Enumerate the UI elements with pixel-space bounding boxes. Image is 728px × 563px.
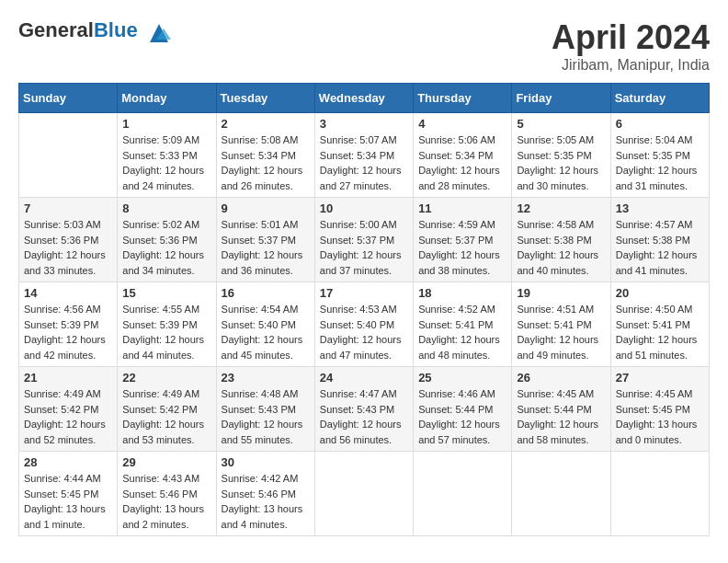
- calendar-cell: 2Sunrise: 5:08 AM Sunset: 5:34 PM Daylig…: [216, 113, 314, 198]
- day-info: Sunrise: 5:06 AM Sunset: 5:34 PM Dayligh…: [418, 132, 506, 193]
- day-info: Sunrise: 4:53 AM Sunset: 5:40 PM Dayligh…: [320, 302, 408, 362]
- day-info: Sunrise: 4:57 AM Sunset: 5:38 PM Dayligh…: [616, 217, 704, 278]
- day-number: 17: [320, 286, 408, 300]
- day-info: Sunrise: 4:52 AM Sunset: 5:41 PM Dayligh…: [418, 302, 506, 362]
- calendar-cell: [414, 452, 512, 536]
- calendar-cell: 20Sunrise: 4:50 AM Sunset: 5:41 PM Dayli…: [610, 282, 709, 367]
- day-number: 18: [418, 286, 506, 300]
- day-info: Sunrise: 4:43 AM Sunset: 5:46 PM Dayligh…: [122, 471, 210, 532]
- page-header: GeneralBlue April 2024 Jiribam, Manipur,…: [18, 18, 710, 74]
- weekday-header-thursday: Thursday: [414, 84, 512, 113]
- day-number: 7: [24, 201, 112, 215]
- calendar-cell: 21Sunrise: 4:49 AM Sunset: 5:42 PM Dayli…: [19, 367, 118, 452]
- day-info: Sunrise: 4:49 AM Sunset: 5:42 PM Dayligh…: [122, 386, 210, 447]
- day-info: Sunrise: 4:54 AM Sunset: 5:40 PM Dayligh…: [222, 302, 310, 362]
- logo-general: General: [18, 18, 94, 41]
- day-info: Sunrise: 4:44 AM Sunset: 5:45 PM Dayligh…: [24, 471, 112, 532]
- day-info: Sunrise: 4:59 AM Sunset: 5:37 PM Dayligh…: [418, 217, 506, 278]
- day-number: 26: [517, 371, 605, 385]
- day-number: 13: [616, 201, 704, 215]
- calendar-cell: 6Sunrise: 5:04 AM Sunset: 5:35 PM Daylig…: [610, 113, 709, 198]
- day-number: 12: [517, 201, 605, 215]
- calendar-cell: 28Sunrise: 4:44 AM Sunset: 5:45 PM Dayli…: [19, 452, 118, 536]
- day-number: 11: [418, 201, 506, 215]
- day-number: 27: [616, 371, 704, 385]
- calendar-cell: 26Sunrise: 4:45 AM Sunset: 5:44 PM Dayli…: [512, 367, 610, 452]
- calendar-cell: [610, 452, 709, 536]
- day-number: 22: [122, 371, 210, 385]
- weekday-header-wednesday: Wednesday: [314, 84, 413, 113]
- calendar-cell: 24Sunrise: 4:47 AM Sunset: 5:43 PM Dayli…: [314, 367, 413, 452]
- calendar-cell: 10Sunrise: 5:00 AM Sunset: 5:37 PM Dayli…: [314, 198, 413, 282]
- day-number: 21: [24, 371, 112, 385]
- weekday-header-tuesday: Tuesday: [216, 84, 314, 113]
- day-number: 15: [122, 286, 210, 300]
- calendar-cell: 13Sunrise: 4:57 AM Sunset: 5:38 PM Dayli…: [610, 198, 709, 282]
- month-title: April 2024: [552, 18, 710, 57]
- day-info: Sunrise: 5:07 AM Sunset: 5:34 PM Dayligh…: [320, 132, 408, 193]
- logo-blue: Blue: [94, 18, 138, 41]
- calendar-cell: 29Sunrise: 4:43 AM Sunset: 5:46 PM Dayli…: [118, 452, 216, 536]
- day-number: 1: [122, 117, 210, 131]
- day-info: Sunrise: 5:04 AM Sunset: 5:35 PM Dayligh…: [616, 132, 704, 193]
- day-info: Sunrise: 4:46 AM Sunset: 5:44 PM Dayligh…: [418, 386, 506, 447]
- calendar-cell: [512, 452, 610, 536]
- calendar-cell: 4Sunrise: 5:06 AM Sunset: 5:34 PM Daylig…: [414, 113, 512, 198]
- day-info: Sunrise: 5:01 AM Sunset: 5:37 PM Dayligh…: [222, 217, 310, 278]
- day-info: Sunrise: 4:42 AM Sunset: 5:46 PM Dayligh…: [222, 471, 310, 532]
- day-info: Sunrise: 4:58 AM Sunset: 5:38 PM Dayligh…: [517, 217, 605, 278]
- day-number: 4: [418, 117, 506, 131]
- calendar-week-row: 14Sunrise: 4:56 AM Sunset: 5:39 PM Dayli…: [19, 282, 710, 367]
- day-info: Sunrise: 5:03 AM Sunset: 5:36 PM Dayligh…: [24, 217, 112, 278]
- calendar-cell: 17Sunrise: 4:53 AM Sunset: 5:40 PM Dayli…: [314, 282, 413, 367]
- calendar-table: SundayMondayTuesdayWednesdayThursdayFrid…: [18, 83, 710, 536]
- day-number: 3: [320, 117, 408, 131]
- day-number: 25: [418, 371, 506, 385]
- day-info: Sunrise: 4:56 AM Sunset: 5:39 PM Dayligh…: [24, 302, 112, 362]
- day-number: 16: [222, 286, 310, 300]
- calendar-cell: 23Sunrise: 4:48 AM Sunset: 5:43 PM Dayli…: [216, 367, 314, 452]
- day-info: Sunrise: 4:50 AM Sunset: 5:41 PM Dayligh…: [616, 302, 704, 362]
- weekday-header-friday: Friday: [512, 84, 610, 113]
- day-info: Sunrise: 4:48 AM Sunset: 5:43 PM Dayligh…: [222, 386, 310, 447]
- logo-text: GeneralBlue: [18, 18, 173, 47]
- calendar-cell: 7Sunrise: 5:03 AM Sunset: 5:36 PM Daylig…: [19, 198, 118, 282]
- day-number: 6: [616, 117, 704, 131]
- calendar-cell: 9Sunrise: 5:01 AM Sunset: 5:37 PM Daylig…: [216, 198, 314, 282]
- calendar-cell: 14Sunrise: 4:56 AM Sunset: 5:39 PM Dayli…: [19, 282, 118, 367]
- day-info: Sunrise: 4:45 AM Sunset: 5:45 PM Dayligh…: [616, 386, 704, 447]
- calendar-cell: 12Sunrise: 4:58 AM Sunset: 5:38 PM Dayli…: [512, 198, 610, 282]
- logo-icon: [145, 19, 173, 47]
- day-number: 23: [222, 371, 310, 385]
- weekday-header-sunday: Sunday: [19, 84, 118, 113]
- calendar-week-row: 1Sunrise: 5:09 AM Sunset: 5:33 PM Daylig…: [19, 113, 710, 198]
- calendar-cell: 16Sunrise: 4:54 AM Sunset: 5:40 PM Dayli…: [216, 282, 314, 367]
- day-info: Sunrise: 5:00 AM Sunset: 5:37 PM Dayligh…: [320, 217, 408, 278]
- location: Jiribam, Manipur, India: [552, 57, 710, 74]
- day-info: Sunrise: 4:45 AM Sunset: 5:44 PM Dayligh…: [517, 386, 605, 447]
- calendar-cell: 11Sunrise: 4:59 AM Sunset: 5:37 PM Dayli…: [414, 198, 512, 282]
- calendar-cell: 1Sunrise: 5:09 AM Sunset: 5:33 PM Daylig…: [118, 113, 216, 198]
- day-number: 8: [122, 201, 210, 215]
- weekday-header-saturday: Saturday: [610, 84, 709, 113]
- day-number: 19: [517, 286, 605, 300]
- day-info: Sunrise: 5:08 AM Sunset: 5:34 PM Dayligh…: [222, 132, 310, 193]
- weekday-header-row: SundayMondayTuesdayWednesdayThursdayFrid…: [19, 84, 710, 113]
- day-number: 30: [222, 455, 310, 469]
- day-info: Sunrise: 5:05 AM Sunset: 5:35 PM Dayligh…: [517, 132, 605, 193]
- calendar-cell: 3Sunrise: 5:07 AM Sunset: 5:34 PM Daylig…: [314, 113, 413, 198]
- calendar-cell: 30Sunrise: 4:42 AM Sunset: 5:46 PM Dayli…: [216, 452, 314, 536]
- day-info: Sunrise: 4:49 AM Sunset: 5:42 PM Dayligh…: [24, 386, 112, 447]
- day-info: Sunrise: 5:02 AM Sunset: 5:36 PM Dayligh…: [122, 217, 210, 278]
- calendar-cell: 8Sunrise: 5:02 AM Sunset: 5:36 PM Daylig…: [118, 198, 216, 282]
- day-number: 29: [122, 455, 210, 469]
- day-number: 10: [320, 201, 408, 215]
- day-info: Sunrise: 4:55 AM Sunset: 5:39 PM Dayligh…: [122, 302, 210, 362]
- calendar-cell: 5Sunrise: 5:05 AM Sunset: 5:35 PM Daylig…: [512, 113, 610, 198]
- calendar-week-row: 7Sunrise: 5:03 AM Sunset: 5:36 PM Daylig…: [19, 198, 710, 282]
- title-block: April 2024 Jiribam, Manipur, India: [552, 18, 710, 74]
- calendar-cell: 19Sunrise: 4:51 AM Sunset: 5:41 PM Dayli…: [512, 282, 610, 367]
- logo: GeneralBlue: [18, 18, 173, 47]
- day-number: 24: [320, 371, 408, 385]
- calendar-cell: 27Sunrise: 4:45 AM Sunset: 5:45 PM Dayli…: [610, 367, 709, 452]
